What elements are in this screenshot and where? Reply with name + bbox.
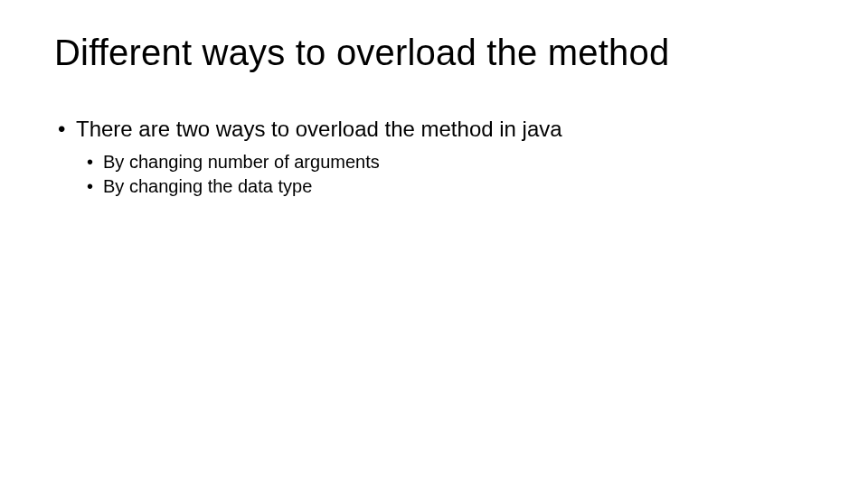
bullet-list-level2: By changing number of arguments By chang… [76, 150, 814, 199]
list-item: By changing number of arguments [85, 150, 814, 174]
bullet-text: There are two ways to overload the metho… [76, 117, 562, 141]
bullet-text: By changing number of arguments [103, 152, 380, 172]
list-item: By changing the data type [85, 174, 814, 199]
list-item: There are two ways to overload the metho… [54, 115, 814, 199]
bullet-text: By changing the data type [103, 176, 312, 196]
bullet-list-level1: There are two ways to overload the metho… [54, 115, 814, 199]
slide-title: Different ways to overload the method [54, 33, 814, 73]
slide: Different ways to overload the method Th… [0, 0, 868, 488]
